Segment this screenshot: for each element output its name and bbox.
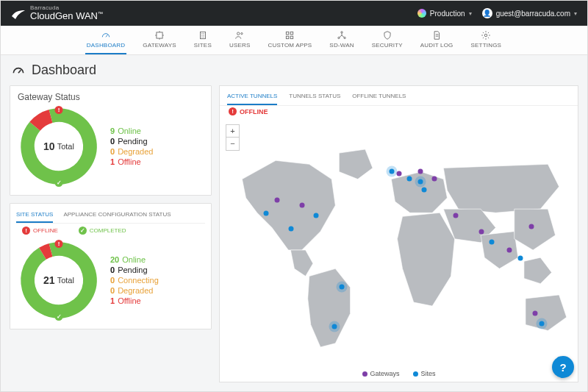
environment-label: Production <box>430 10 465 18</box>
environment-selector[interactable]: Production ▾ <box>417 9 472 18</box>
nav-security[interactable]: SECURITY <box>370 27 404 54</box>
map-point-site[interactable] <box>314 213 319 218</box>
map-legend: Gateways Sites <box>362 370 435 377</box>
map-offline-badge: !OFFLINE <box>229 107 578 115</box>
brand-product: CloudGen WAN™ <box>30 11 103 21</box>
network-icon <box>337 30 347 40</box>
tab-tunnels-status[interactable]: TUNNELS STATUS <box>289 92 340 105</box>
gateway-status-donut: ! ✓ 10Total <box>18 105 100 188</box>
map-point-gateway[interactable] <box>453 213 459 218</box>
map-point-site[interactable] <box>539 321 545 327</box>
svg-rect-1 <box>200 32 205 38</box>
nav-settings[interactable]: SETTINGS <box>470 27 503 54</box>
users-icon <box>234 30 245 40</box>
svg-rect-6 <box>287 36 290 39</box>
topbar: Barracuda CloudGen WAN™ Production ▾ 👤 g… <box>1 1 587 26</box>
map-point-site[interactable] <box>331 324 337 329</box>
svg-point-3 <box>241 33 243 35</box>
map-point-site[interactable] <box>518 255 523 260</box>
gear-icon <box>481 30 491 40</box>
site-status-card: SITE STATUS APPLIANCE CONFIGURATION STAT… <box>10 203 212 329</box>
building-icon <box>198 30 208 40</box>
gateway-icon <box>154 30 165 40</box>
world-map[interactable]: + − <box>220 118 578 382</box>
map-point-site[interactable] <box>289 227 294 232</box>
map-point-site[interactable] <box>421 187 426 192</box>
site-status-donut: ! ✓ 21Total <box>18 239 100 321</box>
nav-dashboard[interactable]: DASHBOARD <box>85 27 126 54</box>
svg-rect-5 <box>291 32 294 35</box>
map-point-gateway[interactable] <box>478 229 484 234</box>
nav-sites[interactable]: SITES <box>193 27 213 54</box>
user-icon: 👤 <box>482 8 492 18</box>
donut-total: 21Total <box>18 239 100 321</box>
barracuda-logo-icon <box>11 6 26 21</box>
document-icon <box>431 30 442 40</box>
map-point-site[interactable] <box>490 240 495 245</box>
main-nav: DASHBOARD GATEWAYS SITES USERS CUSTOM AP… <box>1 26 587 55</box>
shield-icon <box>382 30 392 40</box>
site-status-badge: !OFFLINE <box>22 227 58 235</box>
map-point-gateway[interactable] <box>528 224 534 229</box>
svg-rect-4 <box>287 32 290 35</box>
help-button[interactable]: ? <box>552 356 574 378</box>
environment-icon <box>417 9 426 18</box>
svg-point-2 <box>237 32 240 35</box>
site-legend: 20Online 0Pending 0Connecting 0Degraded … <box>110 255 159 305</box>
svg-rect-7 <box>291 36 294 39</box>
donut-total: 10Total <box>18 105 100 188</box>
tab-active-tunnels[interactable]: ACTIVE TUNNELS <box>227 92 277 105</box>
tab-offline-tunnels[interactable]: OFFLINE TUNNELS <box>352 92 406 105</box>
brand-logo: Barracuda CloudGen WAN™ <box>11 5 103 21</box>
map-point-site[interactable] <box>407 177 412 182</box>
chevron-down-icon: ▾ <box>574 10 577 17</box>
map-point-gateway[interactable] <box>417 168 423 174</box>
svg-rect-0 <box>157 32 162 38</box>
gateway-status-card: Gateway Status ! ✓ 10Total 9Online 0Pend… <box>10 85 212 196</box>
map-point-gateway[interactable] <box>432 177 437 182</box>
gauge-icon <box>101 30 111 40</box>
map-point-gateway[interactable] <box>274 197 279 202</box>
map-point-gateway[interactable] <box>532 310 537 316</box>
account-email: guest@barracuda.com <box>496 10 570 18</box>
map-point-gateway[interactable] <box>300 203 305 208</box>
map-panel: ACTIVE TUNNELS TUNNELS STATUS OFFLINE TU… <box>219 85 578 382</box>
map-point-gateway[interactable] <box>396 171 401 177</box>
world-map-svg <box>220 118 578 382</box>
map-point-site[interactable] <box>264 210 269 215</box>
gauge-icon <box>11 63 26 78</box>
page-title: Dashboard <box>1 55 587 85</box>
account-menu[interactable]: 👤 guest@barracuda.com ▾ <box>482 8 577 18</box>
tab-site-status[interactable]: SITE STATUS <box>16 208 53 223</box>
map-point-gateway[interactable] <box>507 248 512 253</box>
svg-point-11 <box>485 34 488 37</box>
dot-icon <box>413 371 418 377</box>
nav-gateways[interactable]: GATEWAYS <box>141 27 177 54</box>
svg-point-8 <box>341 32 343 33</box>
nav-users[interactable]: USERS <box>228 27 252 54</box>
nav-sd-wan[interactable]: SD-WAN <box>328 27 355 54</box>
map-point-site[interactable] <box>389 168 394 174</box>
chevron-down-icon: ▾ <box>469 10 472 17</box>
tab-appliance-config-status[interactable]: APPLIANCE CONFIGURATION STATUS <box>63 208 171 223</box>
map-point-site[interactable] <box>339 285 344 290</box>
gateway-legend: 9Online 0Pending 0Degraded 1Offline <box>110 126 153 166</box>
apps-icon <box>284 30 295 40</box>
map-point-site[interactable] <box>417 179 423 184</box>
nav-audit-log[interactable]: AUDIT LOG <box>419 27 455 54</box>
card-title: Gateway Status <box>18 92 204 102</box>
nav-custom-apps[interactable]: CUSTOM APPS <box>266 27 313 54</box>
dot-icon <box>362 371 367 377</box>
